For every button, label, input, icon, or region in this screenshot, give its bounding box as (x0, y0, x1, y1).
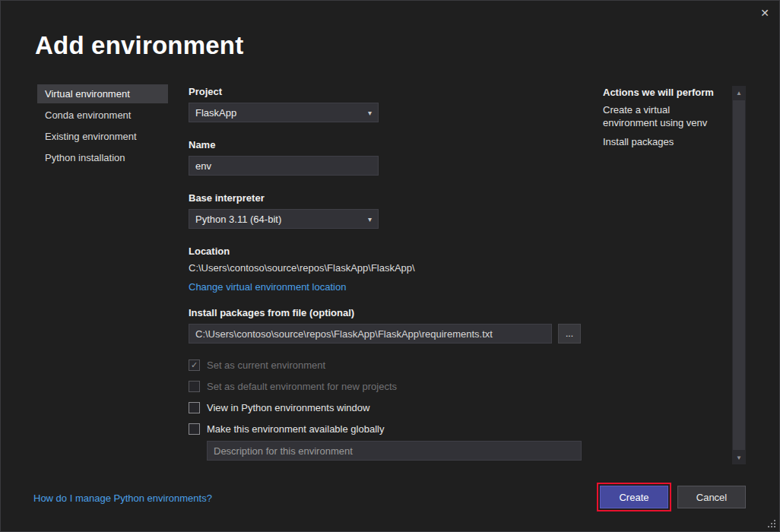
create-button-highlight: Create (597, 483, 671, 511)
project-field-group: Project FlaskApp ▾ (189, 86, 582, 122)
checkbox-label-set-current-environment: Set as current environment (207, 359, 325, 371)
cancel-button[interactable]: Cancel (677, 486, 746, 508)
scroll-up-icon[interactable]: ▲ (732, 86, 746, 100)
action-item-install-packages: Install packages (603, 136, 721, 149)
sidebar: Virtual environment Conda environment Ex… (37, 84, 168, 169)
base-interpreter-label: Base interpreter (189, 192, 582, 204)
project-label: Project (189, 86, 582, 97)
actions-panel-title: Actions we will perform (603, 87, 721, 98)
sidebar-item-python-installation[interactable]: Python installation (37, 148, 168, 167)
checkbox-label-set-default-environment: Set as default environment for new proje… (207, 381, 397, 392)
name-input[interactable] (189, 156, 379, 176)
create-button[interactable]: Create (600, 486, 668, 508)
base-interpreter-field-group: Base interpreter Python 3.11 (64-bit) ▾ (189, 192, 582, 229)
browse-button[interactable]: ... (558, 324, 581, 344)
checkbox-set-default-environment[interactable] (189, 381, 200, 392)
location-field-group: Location C:\Users\contoso\source\repos\F… (189, 245, 582, 293)
install-packages-field-group: Install packages from file (optional) ..… (189, 307, 582, 344)
project-dropdown-value: FlaskApp (195, 107, 236, 119)
change-location-link[interactable]: Change virtual environment location (189, 281, 346, 293)
checkbox-available-globally[interactable] (189, 423, 200, 435)
install-packages-input[interactable] (189, 324, 552, 344)
name-label: Name (189, 139, 582, 150)
install-packages-label: Install packages from file (optional) (189, 307, 582, 318)
close-icon[interactable]: ✕ (760, 8, 769, 18)
description-field-group (207, 441, 582, 461)
checkbox-view-environments-window[interactable] (189, 402, 200, 413)
location-value: C:\Users\contoso\source\repos\FlaskApp\F… (189, 262, 582, 274)
resize-grip-icon[interactable] (766, 518, 777, 529)
checkmark-icon: ✓ (191, 360, 198, 370)
actions-panel: Actions we will perform Create a virtual… (603, 87, 721, 155)
checkbox-row-available-globally: Make this environment available globally (189, 420, 582, 438)
checkbox-label-view-environments-window: View in Python environments window (207, 402, 369, 413)
base-interpreter-dropdown-value: Python 3.11 (64-bit) (195, 214, 281, 225)
location-label: Location (189, 245, 582, 257)
add-environment-dialog: ✕ Add environment Virtual environment Co… (0, 0, 780, 532)
scrollbar-thumb[interactable] (733, 100, 745, 450)
manage-environments-help-link[interactable]: How do I manage Python environments? (33, 492, 212, 504)
checkbox-row-view-environments-window: View in Python environments window (189, 398, 582, 416)
scrollbar[interactable]: ▲ ▼ (732, 86, 746, 464)
sidebar-item-virtual-environment[interactable]: Virtual environment (37, 84, 168, 103)
sidebar-item-conda-environment[interactable]: Conda environment (37, 106, 168, 125)
chevron-down-icon: ▾ (368, 109, 372, 117)
checkbox-label-available-globally: Make this environment available globally (207, 423, 384, 435)
form-panel: Project FlaskApp ▾ Name Base interpreter… (189, 86, 582, 461)
dialog-title: Add environment (35, 31, 243, 60)
project-dropdown[interactable]: FlaskApp ▾ (189, 103, 379, 122)
action-item-create-venv: Create a virtual environment using venv (603, 104, 721, 130)
name-field-group: Name (189, 139, 582, 176)
description-input[interactable] (207, 441, 582, 461)
chevron-down-icon: ▾ (368, 215, 372, 223)
scroll-down-icon[interactable]: ▼ (732, 451, 746, 464)
checkbox-row-set-default-environment: Set as default environment for new proje… (189, 377, 582, 395)
sidebar-item-existing-environment[interactable]: Existing environment (37, 127, 168, 146)
checkbox-row-set-current-environment: ✓ Set as current environment (189, 356, 582, 374)
base-interpreter-dropdown[interactable]: Python 3.11 (64-bit) ▾ (189, 209, 379, 229)
checkbox-set-current-environment[interactable]: ✓ (189, 359, 200, 371)
install-packages-row: ... (189, 324, 582, 344)
